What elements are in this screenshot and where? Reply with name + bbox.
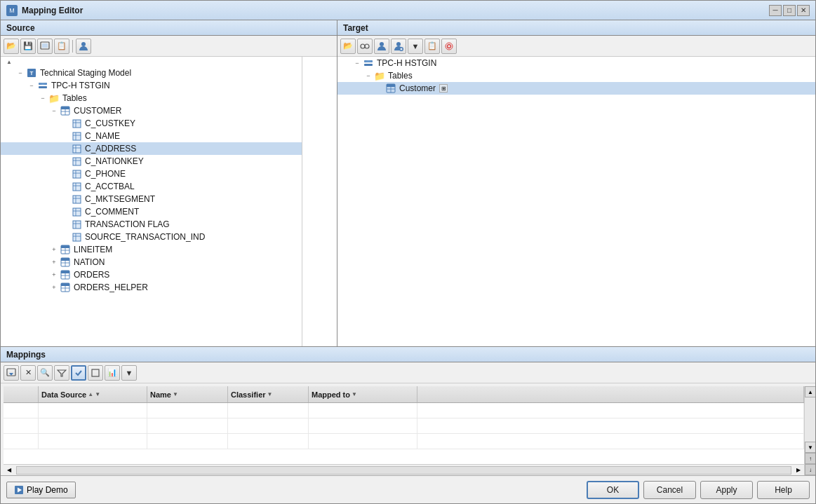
tree-node-c-mktsegment[interactable]: □ C_MKTSEGMENT bbox=[1, 193, 302, 205]
filter-name[interactable]: ▼ bbox=[173, 391, 178, 397]
expand-lineitem[interactable]: + bbox=[48, 243, 60, 256]
title-bar-left: M Mapping Editor bbox=[6, 5, 83, 16]
cell-mappedto-3 bbox=[309, 434, 417, 449]
target-settings-btn[interactable] bbox=[441, 39, 457, 54]
mappings-checkall-btn[interactable] bbox=[71, 365, 86, 381]
tree-node-c-custkey[interactable]: □ C_CUSTKEY bbox=[1, 117, 302, 130]
svg-rect-30 bbox=[73, 196, 81, 203]
source-save-btn[interactable]: 💾 bbox=[20, 39, 36, 54]
cell-check-3 bbox=[4, 434, 39, 449]
window-icon: M bbox=[6, 5, 18, 16]
svg-rect-43 bbox=[61, 245, 69, 248]
tree-label-orders: ORDERS bbox=[72, 270, 111, 280]
table-row[interactable] bbox=[4, 418, 804, 434]
source-open-btn[interactable]: 📂 bbox=[4, 39, 19, 54]
target-dropdown-btn[interactable]: ▼ bbox=[408, 39, 423, 54]
target-group-btn[interactable] bbox=[357, 39, 373, 54]
col-icon-name bbox=[71, 130, 82, 142]
tree-node-lineitem[interactable]: + LINEITEM bbox=[1, 243, 302, 256]
filter-classifier[interactable]: ▼ bbox=[267, 391, 273, 397]
ok-button[interactable]: OK bbox=[587, 481, 639, 499]
table-row[interactable] bbox=[4, 434, 804, 449]
mappings-uncheck-btn[interactable] bbox=[88, 365, 103, 381]
vscroll-up-btn[interactable]: ▲ bbox=[805, 386, 815, 397]
tree-node-customer[interactable]: − CUSTOMER bbox=[1, 104, 302, 117]
cell-name-1 bbox=[147, 403, 228, 418]
minimize-button[interactable]: ─ bbox=[769, 5, 782, 16]
db-icon-2 bbox=[37, 80, 48, 91]
target-clipboard-btn[interactable]: 📋 bbox=[424, 39, 440, 54]
mappings-import-btn[interactable] bbox=[4, 365, 19, 381]
source-img-btn[interactable] bbox=[37, 39, 53, 54]
target-open-btn[interactable]: 📂 bbox=[340, 39, 356, 54]
expand-tables-target[interactable]: − bbox=[363, 69, 374, 82]
tree-node-source-transaction-ind[interactable]: □ SOURCE_TRANSACTION_IND bbox=[1, 231, 302, 243]
tree-node-c-comment[interactable]: □ C_COMMENT bbox=[1, 205, 302, 218]
expand-orders[interactable]: + bbox=[48, 268, 60, 281]
tree-node-orders[interactable]: + ORDERS bbox=[1, 268, 302, 281]
expand-nation[interactable]: + bbox=[48, 256, 60, 268]
tree-node-tables-source[interactable]: − 📁 Tables bbox=[1, 92, 302, 104]
filter-datasource[interactable]: ▼ bbox=[95, 391, 100, 397]
mappings-filter-btn[interactable] bbox=[54, 365, 69, 381]
hscroll-right-btn[interactable]: ▶ bbox=[793, 465, 804, 476]
tree-node-tpc-h-tstgin[interactable]: − TPC-H TSTGIN bbox=[1, 79, 302, 92]
expand-tpc-h-tstgin[interactable]: − bbox=[26, 79, 37, 92]
vscroll-track[interactable] bbox=[805, 397, 815, 442]
help-button[interactable]: Help bbox=[757, 481, 810, 499]
tree-node-nation[interactable]: + NATION bbox=[1, 256, 302, 268]
tree-node-transaction-flag[interactable]: □ TRANSACTION FLAG bbox=[1, 218, 302, 231]
tree-node-c-name[interactable]: □ C_NAME bbox=[1, 130, 302, 142]
mappings-more-btn[interactable]: ▼ bbox=[121, 365, 137, 381]
target-add-btn[interactable] bbox=[391, 39, 406, 54]
cell-rest-1 bbox=[417, 403, 804, 418]
source-right-panel bbox=[302, 57, 337, 346]
tree-label-c-mktsegment: C_MKTSEGMENT bbox=[83, 194, 156, 204]
expand-tpc-h-hstgin[interactable]: − bbox=[352, 57, 363, 69]
cancel-button[interactable]: Cancel bbox=[643, 481, 696, 499]
tree-node-customer-target[interactable]: □ Customer ⊞ bbox=[337, 82, 815, 95]
svg-rect-47 bbox=[61, 258, 69, 261]
tree-node-c-phone[interactable]: □ C_PHONE bbox=[1, 168, 302, 180]
tree-node-c-address[interactable]: □ C_ADDRESS bbox=[1, 142, 302, 155]
tree-node-c-acctbal[interactable]: □ C_ACCTBAL bbox=[1, 180, 302, 193]
source-user-btn[interactable] bbox=[76, 39, 91, 54]
tree-node-tables-target[interactable]: − 📁 Tables bbox=[337, 69, 815, 82]
expand-technical-staging[interactable]: − bbox=[15, 67, 26, 79]
source-tree-scroll[interactable]: ▲ − T Technical Staging Model bbox=[1, 57, 302, 346]
window-title: Mapping Editor bbox=[22, 6, 83, 15]
close-button[interactable]: ✕ bbox=[797, 5, 810, 16]
target-user-btn[interactable] bbox=[374, 39, 389, 54]
expand-orders-helper[interactable]: + bbox=[48, 281, 60, 294]
scroll-up-arrow[interactable]: ▲ bbox=[4, 57, 15, 68]
source-panel: Source 📂 💾 📋 bbox=[1, 20, 337, 346]
vscroll-down-btn[interactable]: ▼ bbox=[805, 442, 815, 453]
expand-customer[interactable]: − bbox=[48, 104, 60, 117]
tree-node-tpc-h-hstgin[interactable]: − TPC-H HSTGIN bbox=[337, 57, 815, 69]
vscroll-pageup-btn[interactable]: ↑ bbox=[805, 453, 815, 464]
header-datasource-label: Data Source bbox=[41, 390, 86, 399]
tree-node-c-nationkey[interactable]: □ C_NATIONKEY bbox=[1, 155, 302, 168]
col-icon-mktsegment bbox=[71, 193, 82, 205]
title-bar-controls: ─ □ ✕ bbox=[769, 5, 810, 16]
tree-label-technical-staging: Technical Staging Model bbox=[39, 68, 133, 78]
hscroll-track[interactable] bbox=[16, 466, 791, 475]
table-row[interactable] bbox=[4, 403, 804, 418]
mappings-delete-btn[interactable]: ✕ bbox=[20, 365, 36, 381]
filter-mappedto[interactable]: ▼ bbox=[352, 391, 357, 397]
horizontal-scrollbar[interactable]: ◀ ▶ bbox=[4, 464, 804, 475]
sort-datasource[interactable]: ▲ bbox=[88, 391, 93, 397]
tree-node-orders-helper[interactable]: + ORDERS_HELPER bbox=[1, 281, 302, 294]
apply-button[interactable]: Apply bbox=[700, 481, 753, 499]
mappings-search-btn[interactable]: 🔍 bbox=[37, 365, 53, 381]
maximize-button[interactable]: □ bbox=[783, 5, 796, 16]
mappings-export-btn[interactable]: 📊 bbox=[105, 365, 120, 381]
tree-node-technical-staging[interactable]: − T Technical Staging Model bbox=[1, 67, 302, 79]
vscroll-pagedown-btn[interactable]: ↓ bbox=[805, 464, 815, 475]
source-copy-btn[interactable]: 📋 bbox=[54, 39, 69, 54]
play-demo-button[interactable]: Play Demo bbox=[6, 482, 76, 498]
expand-tables-source[interactable]: − bbox=[37, 92, 48, 104]
target-tree-area[interactable]: − TPC-H HSTGIN − 📁 Tables □ bbox=[337, 57, 815, 346]
hscroll-left-btn[interactable]: ◀ bbox=[4, 465, 15, 476]
tree-label-c-custkey: C_CUSTKEY bbox=[83, 118, 137, 128]
